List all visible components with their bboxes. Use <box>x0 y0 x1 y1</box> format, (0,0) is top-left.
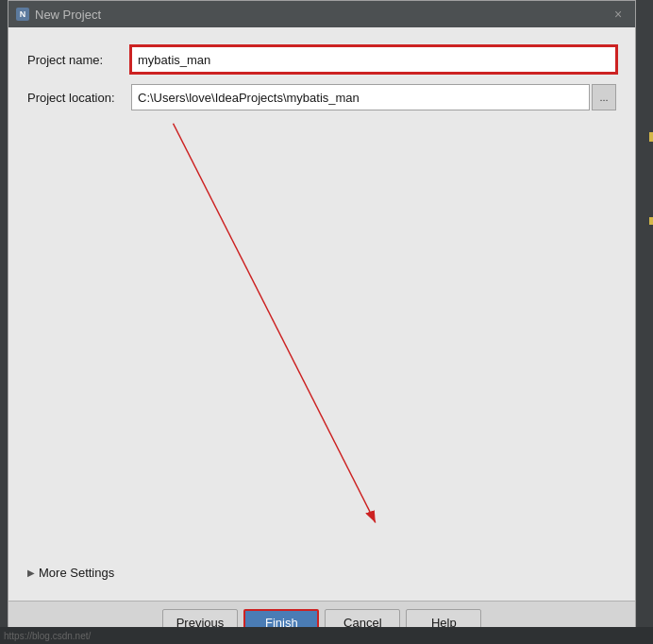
project-location-row: Project location: ... <box>27 84 616 110</box>
dialog-content: Project name: Project location: ... <box>8 27 635 601</box>
ide-scroll-indicator-2 <box>649 217 653 225</box>
ide-url-text: https://blog.csdn.net/ <box>4 631 91 641</box>
new-project-dialog: N New Project × Project name: Project lo… <box>8 0 636 644</box>
project-name-row: Project name: <box>27 46 616 73</box>
browse-button[interactable]: ... <box>592 84 616 110</box>
more-settings-label: More Settings <box>39 566 114 580</box>
ide-status-bar: https://blog.csdn.net/ <box>0 627 653 644</box>
dialog-icon: N <box>16 8 29 21</box>
ide-scroll-indicator <box>649 132 653 142</box>
project-location-input[interactable] <box>131 84 590 110</box>
title-bar: N New Project × <box>8 1 635 27</box>
close-button[interactable]: × <box>609 5 628 24</box>
project-name-input[interactable] <box>131 46 616 73</box>
project-name-label: Project name: <box>27 53 131 67</box>
svg-line-1 <box>174 124 376 523</box>
arrow-annotation-area <box>27 122 616 562</box>
dialog-title: New Project <box>35 8 101 22</box>
more-settings-toggle[interactable]: ▶ More Settings <box>27 562 616 584</box>
annotation-arrow <box>27 122 616 562</box>
more-settings-chevron-icon: ▶ <box>27 568 35 578</box>
project-location-label: Project location: <box>27 91 131 105</box>
